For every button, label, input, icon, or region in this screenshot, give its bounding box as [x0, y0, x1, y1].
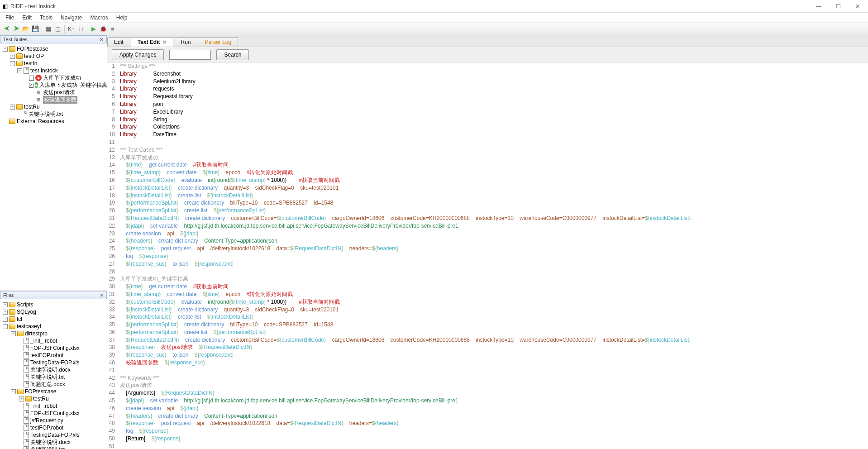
test-suites-panel-header: Test Suites ✕ — [0, 35, 107, 43]
folder-icon — [16, 53, 23, 59]
file-sqlyog[interactable]: SQLyog — [17, 309, 36, 315]
file-icon — [24, 367, 29, 373]
save-icon[interactable]: 💾 — [31, 25, 39, 33]
tree-testin[interactable]: testIn — [24, 60, 37, 67]
file-icon — [24, 425, 29, 431]
folder-icon — [9, 302, 15, 307]
tree-expand[interactable]: + — [3, 317, 8, 322]
file-fopjsf2[interactable]: FOP-JSFConfig.xlsx — [30, 410, 80, 416]
file-tcl[interactable]: tcl — [17, 316, 22, 322]
file-scripts[interactable]: Scripts — [17, 301, 33, 308]
tree-expand[interactable]: + — [19, 396, 24, 401]
tree-external[interactable]: External Resources — [17, 118, 64, 124]
file-summary[interactable]: 问题汇总.docx — [30, 381, 65, 388]
menu-bar: File Edit Tools Navigate Macros Help — [0, 13, 868, 23]
file-kwdesc-docx2[interactable]: 关键字说明.docx — [30, 439, 71, 446]
tree-kw1[interactable]: 发送post请求 — [43, 89, 75, 96]
tree-tc2[interactable]: 入库单下发成功_关键字抽离 — [39, 81, 107, 89]
tree-testinstock[interactable]: test Instock — [30, 67, 58, 74]
file-foptestcase[interactable]: FOPtestcase — [25, 388, 56, 395]
folder-icon — [17, 389, 24, 394]
file-kwdesc-txt2[interactable]: 关键字说明.txt — [30, 446, 65, 449]
menu-tools[interactable]: Tools — [36, 14, 56, 22]
keyword-icon[interactable]: K↑ — [67, 25, 75, 33]
menu-edit[interactable]: Edit — [19, 14, 35, 22]
nav-back-icon[interactable]: ⮜ — [3, 25, 11, 33]
tree-expand[interactable]: + — [3, 302, 8, 307]
run-icon[interactable]: ▶ — [90, 25, 98, 33]
editor-tabs: Edit Text Edit✕ Run Parser Log — [107, 35, 868, 47]
menu-help[interactable]: Help — [113, 14, 131, 22]
tree-collapse[interactable]: − — [10, 61, 15, 66]
file-testingdata[interactable]: TestingData-FOP.xls — [30, 359, 80, 366]
file-icon — [24, 359, 29, 366]
tree-collapse[interactable]: − — [3, 47, 8, 52]
testcase-icon[interactable]: T↑ — [76, 25, 85, 33]
tree-collapse[interactable]: − — [11, 331, 16, 336]
editor-actions: Apply Changes Search — [107, 47, 868, 62]
testcase-checkbox[interactable] — [29, 76, 34, 81]
file-init2[interactable]: _init_.robot — [30, 403, 57, 409]
window-controls: — ☐ ✕ — [811, 1, 865, 11]
file-icon — [24, 432, 29, 438]
tree-kw2-selected[interactable]: 校验返回参数 — [43, 96, 77, 104]
tree-root[interactable]: FOPtestcase — [17, 46, 48, 52]
file-testingdata2[interactable]: TestingData-FOP.xls — [30, 432, 80, 438]
tree-collapse[interactable]: − — [3, 324, 8, 329]
window-title: RIDE - test Instock — [10, 3, 56, 10]
titlebar-left: ◧ RIDE - test Instock — [3, 3, 56, 10]
testcase-checkbox[interactable]: ✓ — [29, 83, 33, 88]
file-testfoprobot[interactable]: testFOP.robot — [30, 352, 63, 358]
maximize-button[interactable]: ☐ — [830, 1, 846, 11]
file-kwdesc-docx[interactable]: 关键字说明.docx — [30, 366, 71, 374]
file-testfoprobot2[interactable]: testFOP.robot — [30, 425, 63, 431]
file-jsfreq[interactable]: jsfRequest.py — [30, 417, 63, 424]
folder-icon — [16, 104, 23, 110]
tab-parser-log[interactable]: Parser Log — [198, 37, 238, 47]
file-icon — [24, 417, 29, 424]
tree-testru[interactable]: testRu — [24, 104, 40, 110]
close-button[interactable]: ✕ — [850, 1, 865, 11]
folder-icon — [9, 119, 15, 124]
file-testcaseyf[interactable]: testcaseyf — [17, 323, 41, 330]
tree-collapse[interactable]: − — [17, 68, 22, 73]
open-icon[interactable]: 📂 — [22, 25, 30, 33]
folder-icon — [9, 46, 15, 52]
tree-expand[interactable]: + — [3, 310, 8, 315]
folder-icon — [25, 396, 32, 401]
test-suites-tree: −FOPtestcase +testFOP −testIn −test Inst… — [0, 43, 107, 291]
minimize-button[interactable]: — — [811, 1, 827, 11]
tree-collapse[interactable]: − — [11, 389, 16, 394]
tab-run[interactable]: Run — [174, 37, 197, 47]
tree-expand[interactable]: + — [10, 54, 15, 59]
stop-icon[interactable]: ■ — [109, 25, 117, 33]
file-icon — [24, 67, 29, 74]
panel-close-icon[interactable]: ✕ — [100, 37, 104, 43]
file-fopjsf[interactable]: FOP-JSFConfig.xlsx — [30, 345, 80, 351]
search-button[interactable]: Search — [216, 49, 249, 60]
tree-expand[interactable]: + — [10, 105, 15, 110]
tab-text-edit[interactable]: Text Edit✕ — [131, 37, 174, 47]
tab-close-icon[interactable]: ✕ — [162, 39, 167, 45]
tree-tc1[interactable]: 入库单下发成功 — [43, 74, 81, 82]
nav-fwd-icon[interactable]: ⮞ — [12, 25, 20, 33]
file-init[interactable]: _init_.robot — [30, 338, 57, 344]
file-kwdesc-txt[interactable]: 关键字说明.txt — [30, 373, 65, 381]
code-editor[interactable]: 1*** Settings ***2Library Screenshot3Lib… — [107, 62, 868, 449]
files-panel-header: Files ✕ — [0, 291, 107, 299]
search-input[interactable] — [169, 50, 211, 60]
menu-file[interactable]: File — [2, 14, 18, 22]
grid-icon[interactable]: ▦ — [44, 25, 52, 33]
apply-changes-button[interactable]: Apply Changes — [112, 49, 164, 60]
copy-icon[interactable]: ◫ — [54, 25, 62, 33]
tree-txt1[interactable]: 关键字说明.txt — [29, 110, 63, 118]
panel-close-icon[interactable]: ✕ — [100, 292, 104, 298]
menu-navigate[interactable]: Navigate — [57, 14, 86, 22]
tree-testfop[interactable]: testFOP — [24, 53, 44, 59]
file-dirtestpro[interactable]: dirtestpro — [25, 330, 48, 337]
file-testru[interactable]: testRu — [33, 396, 49, 402]
tab-edit[interactable]: Edit — [107, 37, 130, 47]
menu-macros[interactable]: Macros — [86, 14, 111, 22]
debug-icon[interactable]: 🐞 — [99, 25, 107, 33]
file-icon — [24, 352, 29, 358]
